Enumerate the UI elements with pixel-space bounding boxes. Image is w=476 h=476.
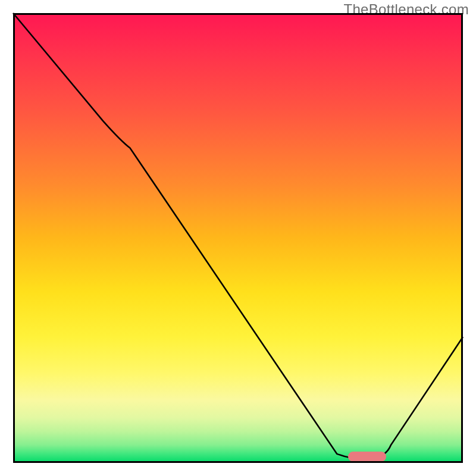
curve-layer <box>13 13 463 463</box>
bottleneck-curve <box>13 13 463 459</box>
chart-container: TheBottleneck.com <box>0 0 476 476</box>
plot-area <box>13 13 463 463</box>
optimum-marker <box>348 452 386 462</box>
